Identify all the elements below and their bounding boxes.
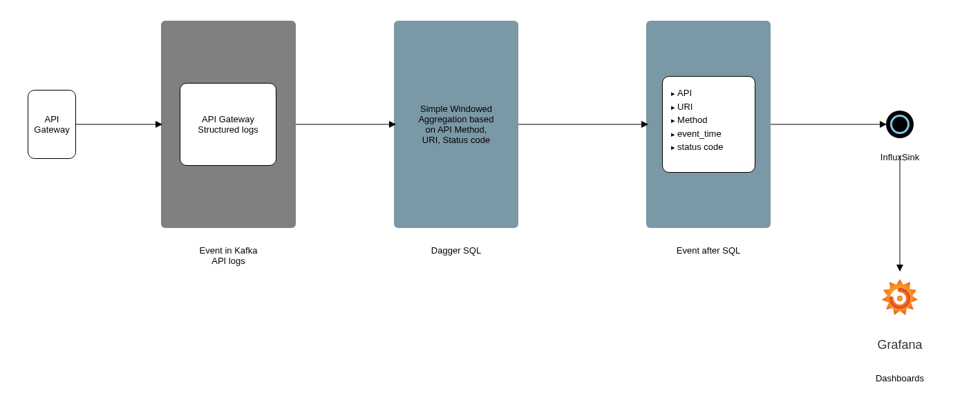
- kafka-inner-label: API Gateway Structured logs: [198, 114, 258, 135]
- svg-point-1: [897, 296, 903, 301]
- grafana-logo-icon: [872, 269, 927, 325]
- bullet-status-code: status code: [671, 140, 724, 154]
- bullet-event-time: event_time: [671, 127, 724, 141]
- arrow-kafka-to-dagger: [296, 117, 396, 131]
- dagger-caption: Dagger SQL: [394, 235, 518, 256]
- influxsink-icon: [886, 111, 914, 138]
- svg-marker-9: [880, 121, 887, 128]
- event-after-bullets: API URI Method event_time status code: [671, 86, 724, 154]
- svg-marker-3: [156, 121, 162, 128]
- svg-marker-7: [641, 121, 648, 128]
- grafana-caption: Dashboards: [865, 363, 934, 383]
- arrow-dagger-to-event: [518, 117, 648, 131]
- event-after-inner-box: API URI Method event_time status code: [662, 76, 755, 173]
- arrow-event-to-influx: [771, 117, 887, 131]
- arrow-influx-to-grafana: [893, 155, 907, 272]
- kafka-inner-box: API Gateway Structured logs: [180, 83, 276, 166]
- bullet-method: Method: [671, 113, 724, 127]
- kafka-caption: Event in Kafka API logs: [161, 235, 296, 266]
- grafana-wordmark: Grafana: [865, 323, 934, 352]
- arrow-gateway-to-kafka: [76, 117, 162, 131]
- event-after-caption: Event after SQL: [646, 235, 771, 256]
- dagger-container: Simple Windowed Aggregation based on API…: [394, 21, 518, 228]
- bullet-api: API: [671, 86, 724, 100]
- api-gateway-label: API Gateway: [34, 114, 69, 135]
- svg-marker-5: [389, 121, 396, 128]
- bullet-uri: URI: [671, 100, 724, 114]
- api-gateway-box: API Gateway: [28, 90, 76, 159]
- dagger-label: Simple Windowed Aggregation based on API…: [418, 104, 493, 145]
- svg-marker-11: [896, 265, 903, 272]
